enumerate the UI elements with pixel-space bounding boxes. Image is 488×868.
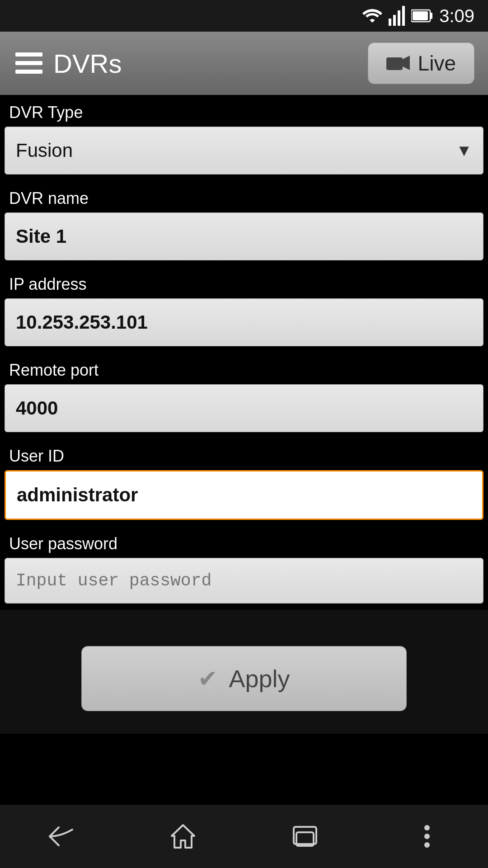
user-id-wrapper: [0, 470, 488, 526]
user-password-input[interactable]: [5, 558, 483, 604]
svg-point-15: [424, 825, 430, 830]
svg-rect-5: [430, 13, 432, 19]
recents-icon: [292, 825, 318, 848]
bottom-nav: [0, 805, 488, 868]
svg-rect-1: [393, 15, 396, 26]
status-icons: 3:09: [362, 6, 474, 26]
dvr-type-select[interactable]: Fusion ▼: [5, 127, 483, 175]
home-icon: [170, 823, 196, 849]
battery-icon: [411, 8, 433, 24]
home-button[interactable]: [151, 805, 215, 868]
apply-button[interactable]: ✔ Apply: [81, 646, 407, 711]
svg-rect-8: [15, 61, 42, 65]
svg-point-17: [424, 842, 430, 848]
camera-icon: [386, 55, 410, 72]
remote-port-input[interactable]: [5, 384, 483, 432]
spacer: [0, 610, 488, 623]
status-time: 3:09: [439, 6, 474, 26]
signal-icon: [389, 6, 405, 26]
recents-button[interactable]: [273, 805, 337, 868]
dvr-name-wrapper: [0, 212, 488, 267]
menu-icon[interactable]: [14, 48, 44, 79]
svg-rect-0: [389, 19, 391, 26]
svg-marker-12: [172, 825, 194, 848]
dvr-type-label: DVR Type: [0, 95, 488, 127]
ip-address-wrapper: [0, 298, 488, 353]
svg-marker-11: [403, 56, 410, 70]
svg-rect-9: [15, 70, 42, 74]
dvr-type-value: Fusion: [16, 140, 73, 161]
svg-rect-6: [413, 11, 428, 20]
user-password-label: User password: [0, 526, 488, 558]
user-id-label: User ID: [0, 439, 488, 470]
dvr-name-input[interactable]: [5, 212, 483, 260]
chevron-down-icon: ▼: [456, 141, 472, 160]
more-icon: [423, 824, 431, 849]
live-button-label: Live: [418, 51, 456, 75]
apply-label: Apply: [229, 665, 290, 693]
back-icon: [47, 825, 75, 848]
remote-port-label: Remote port: [0, 353, 488, 384]
apply-area: ✔ Apply: [0, 623, 488, 734]
back-button[interactable]: [29, 805, 93, 868]
svg-rect-3: [402, 6, 405, 26]
svg-rect-2: [398, 10, 400, 26]
live-button[interactable]: Live: [368, 42, 474, 84]
user-id-input[interactable]: [5, 470, 483, 520]
app-bar-left: DVRs: [14, 48, 122, 79]
wifi-icon: [362, 8, 382, 24]
more-button[interactable]: [395, 805, 459, 868]
svg-rect-7: [15, 52, 42, 57]
svg-rect-10: [386, 57, 403, 70]
svg-point-16: [424, 834, 430, 839]
app-bar: DVRs Live: [0, 32, 488, 95]
checkmark-icon: ✔: [198, 665, 218, 692]
user-password-wrapper: [0, 558, 488, 610]
dvr-name-label: DVR name: [0, 181, 488, 212]
status-bar: 3:09: [0, 0, 488, 32]
ip-address-label: IP address: [0, 267, 488, 298]
dvr-type-wrapper: Fusion ▼: [0, 127, 488, 181]
main-content: DVR Type Fusion ▼ DVR name IP address Re…: [0, 95, 488, 734]
app-title: DVRs: [53, 48, 122, 79]
remote-port-wrapper: [0, 384, 488, 439]
ip-address-input[interactable]: [5, 298, 483, 346]
